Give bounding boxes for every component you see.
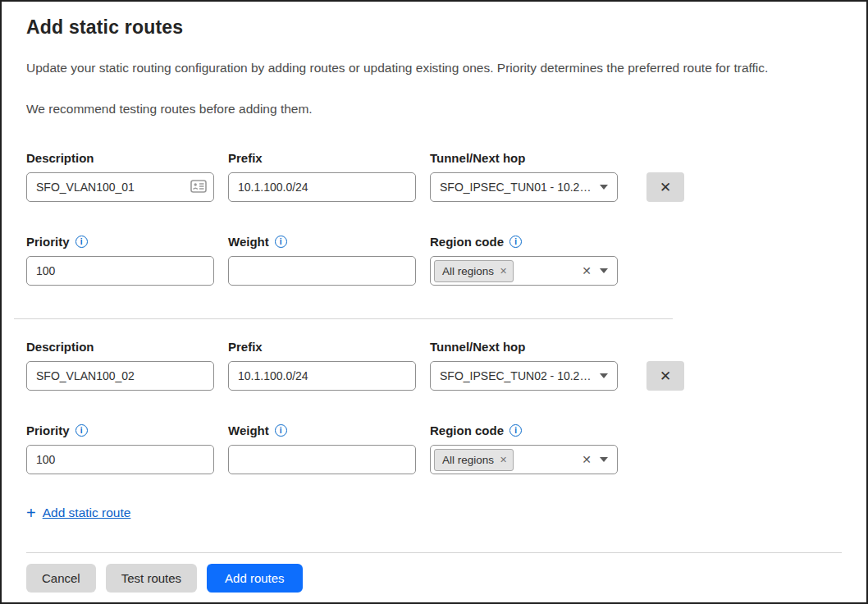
route-section-1: Description <box>26 151 842 286</box>
add-static-routes-dialog: Add static routes Update your static rou… <box>0 0 868 604</box>
region-tag: All regions ✕ <box>434 449 514 471</box>
prefix-input[interactable] <box>228 361 416 391</box>
remove-route-button[interactable]: ✕ <box>646 361 684 391</box>
prefix-input[interactable] <box>228 172 416 202</box>
description-input[interactable] <box>26 361 214 391</box>
description-input[interactable] <box>26 172 214 202</box>
prefix-label: Prefix <box>228 340 263 354</box>
weight-input[interactable] <box>228 445 416 474</box>
cancel-button[interactable]: Cancel <box>26 564 96 593</box>
route-2-tunnel-field: Tunnel/Next hop SFO_IPSEC_TUN02 - 10.25.… <box>430 340 618 391</box>
tunnel-selected-value: SFO_IPSEC_TUN02 - 10.25... <box>440 369 592 382</box>
route-1-main-row: Description <box>26 151 842 202</box>
tunnel-selected-value: SFO_IPSEC_TUN01 - 10.25... <box>440 181 592 194</box>
region-code-multiselect[interactable]: All regions ✕ ✕ <box>430 445 618 474</box>
description-label: Description <box>26 151 94 165</box>
route-2-priority-field: Priority i <box>26 423 214 474</box>
priority-input[interactable] <box>26 445 214 474</box>
info-icon[interactable]: i <box>75 424 88 437</box>
route-1-description-field: Description <box>26 151 214 202</box>
route-section-2: Description Prefix Tunnel/Next hop SFO_I <box>26 340 842 474</box>
remove-tag-icon[interactable]: ✕ <box>500 455 507 464</box>
weight-label: Weight <box>228 423 269 437</box>
chevron-down-icon <box>600 457 608 462</box>
remove-route-button[interactable]: ✕ <box>646 172 684 202</box>
region-code-multiselect[interactable]: All regions ✕ ✕ <box>430 256 618 286</box>
clear-selection-icon[interactable]: ✕ <box>582 265 592 277</box>
test-routes-button[interactable]: Test routes <box>106 564 197 593</box>
route-2-region-field: Region code i All regions ✕ ✕ <box>430 423 618 474</box>
route-1-secondary-row: Priority i Weight i Region code i <box>26 235 842 286</box>
route-2-description-field: Description <box>26 340 214 391</box>
tunnel-select[interactable]: SFO_IPSEC_TUN01 - 10.25... <box>430 172 618 202</box>
add-static-route-link[interactable]: + Add static route <box>26 505 130 521</box>
info-icon[interactable]: i <box>275 236 287 248</box>
footer-divider <box>26 552 842 553</box>
region-tag-label: All regions <box>442 454 494 466</box>
route-1-tunnel-field: Tunnel/Next hop SFO_IPSEC_TUN01 - 10.25.… <box>430 151 618 202</box>
intro-line-1: Update your static routing configuration… <box>26 60 842 76</box>
chevron-down-icon <box>600 185 608 190</box>
route-1-priority-field: Priority i <box>26 235 214 286</box>
chevron-down-icon <box>600 373 608 378</box>
plus-icon: + <box>26 505 36 521</box>
route-1-weight-field: Weight i <box>228 235 416 286</box>
route-divider <box>14 318 673 319</box>
route-1-prefix-field: Prefix <box>228 151 416 202</box>
tunnel-label: Tunnel/Next hop <box>430 151 525 165</box>
chevron-down-icon <box>600 268 608 273</box>
description-label: Description <box>26 340 94 354</box>
intro-line-2: We recommend testing routes before addin… <box>26 101 842 117</box>
contact-card-icon[interactable] <box>190 180 207 196</box>
route-2-prefix-field: Prefix <box>228 340 416 391</box>
prefix-label: Prefix <box>228 151 263 165</box>
info-icon[interactable]: i <box>509 236 522 248</box>
priority-input[interactable] <box>26 256 214 286</box>
dialog-footer: Cancel Test routes Add routes <box>2 552 866 593</box>
add-static-route-label: Add static route <box>43 506 131 520</box>
priority-label: Priority <box>26 235 70 249</box>
remove-tag-icon[interactable]: ✕ <box>500 267 507 276</box>
route-2-secondary-row: Priority i Weight i Region code i <box>26 423 842 474</box>
region-code-label: Region code <box>430 235 504 249</box>
add-routes-button[interactable]: Add routes <box>207 564 303 593</box>
region-tag-label: All regions <box>442 265 494 277</box>
weight-input[interactable] <box>228 256 416 286</box>
info-icon[interactable]: i <box>275 424 287 437</box>
priority-label: Priority <box>26 423 70 437</box>
clear-selection-icon[interactable]: ✕ <box>582 454 592 465</box>
region-tag: All regions ✕ <box>434 260 514 282</box>
info-icon[interactable]: i <box>75 236 88 248</box>
tunnel-label: Tunnel/Next hop <box>430 340 525 354</box>
page-title: Add static routes <box>26 16 842 39</box>
region-code-label: Region code <box>430 423 504 437</box>
dialog-content: Add static routes Update your static rou… <box>2 2 866 522</box>
info-icon[interactable]: i <box>509 424 522 437</box>
route-2-main-row: Description Prefix Tunnel/Next hop SFO_I <box>26 340 842 391</box>
tunnel-select[interactable]: SFO_IPSEC_TUN02 - 10.25... <box>430 361 618 391</box>
route-2-weight-field: Weight i <box>228 423 416 474</box>
weight-label: Weight <box>228 235 269 249</box>
route-1-region-field: Region code i All regions ✕ ✕ <box>430 235 618 286</box>
